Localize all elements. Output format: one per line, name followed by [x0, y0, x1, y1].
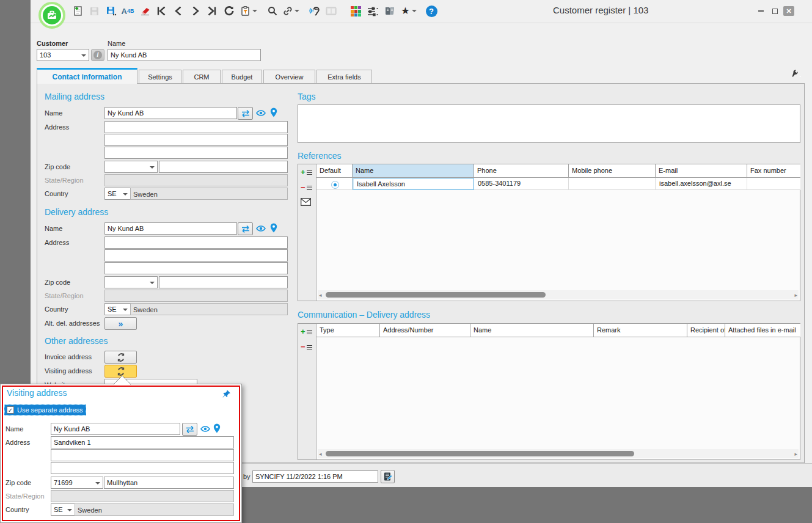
communication-hscrollbar[interactable]: ◂ ▸ [318, 449, 799, 458]
reference-row[interactable]: Isabell Axelsson 0585-3401179 isabell.ax… [316, 178, 800, 190]
links-icon[interactable] [282, 4, 300, 18]
customer-select[interactable]: 103 [37, 49, 89, 61]
mailing-name-label: Name [45, 109, 62, 117]
tab-extra-fields[interactable]: Extra fields [316, 70, 372, 83]
fax-cell[interactable] [747, 178, 800, 190]
popup-city-input[interactable] [104, 477, 234, 489]
tab-budget[interactable]: Budget [222, 70, 262, 83]
delivery-address-line2[interactable] [104, 249, 288, 262]
help-icon[interactable]: ? [425, 4, 438, 18]
delivery-view-eye-icon[interactable] [255, 223, 266, 234]
mailing-view-eye-icon[interactable] [255, 108, 266, 119]
customer-info-button[interactable]: i [91, 49, 104, 61]
change-log-button[interactable] [381, 470, 395, 483]
reports-book-icon[interactable] [383, 4, 397, 18]
default-radio-cell[interactable] [316, 178, 353, 190]
delivery-city-input[interactable] [159, 276, 288, 288]
col-recipient-of[interactable]: Recipient of [687, 324, 725, 337]
popup-state-label: State/Region [5, 492, 45, 500]
col-phone[interactable]: Phone [474, 164, 569, 178]
delivery-country-select[interactable]: SE [104, 303, 131, 315]
customize-wrench-icon[interactable] [792, 67, 803, 78]
col-name[interactable]: Name [353, 164, 474, 178]
pushpin-icon[interactable] [222, 389, 231, 398]
popup-map-pin-icon[interactable] [211, 423, 222, 434]
dictation-ear-icon[interactable] [308, 4, 321, 18]
col-email[interactable]: E-mail [656, 164, 747, 178]
remove-row-button[interactable]: − [301, 344, 312, 351]
mailing-zip-select[interactable] [104, 161, 158, 173]
delete-eraser-icon[interactable] [138, 4, 152, 18]
refresh-icon[interactable] [222, 4, 236, 18]
col-fax[interactable]: Fax number [747, 164, 800, 178]
invoice-address-button[interactable] [104, 351, 137, 364]
delivery-address-line3[interactable] [104, 262, 288, 274]
customer-name-input[interactable] [108, 49, 261, 61]
popup-zip-select[interactable]: 71699 [51, 477, 103, 489]
popup-address-line3[interactable] [51, 462, 234, 474]
settings-sliders-icon[interactable] [366, 4, 379, 18]
mailing-country-select[interactable]: SE [104, 188, 131, 200]
next-record-icon[interactable] [189, 4, 202, 18]
phone-cell[interactable]: 0585-3401179 [474, 178, 569, 190]
delivery-map-pin-icon[interactable] [268, 222, 279, 233]
tab-settings[interactable]: Settings [139, 70, 181, 83]
search-icon[interactable] [266, 4, 279, 18]
col-attached-files[interactable]: Attached files in e-mail [725, 324, 800, 337]
tags-box[interactable] [298, 104, 800, 143]
mailing-name-input[interactable] [104, 107, 237, 119]
color-grid-icon[interactable] [349, 4, 362, 18]
minimize-button[interactable] [755, 6, 766, 16]
last-record-icon[interactable] [205, 4, 219, 18]
mailing-transfer-button[interactable] [238, 107, 253, 120]
add-row-button[interactable]: + [301, 169, 312, 176]
popup-name-input[interactable] [51, 423, 180, 435]
delivery-address-line1[interactable] [104, 236, 288, 249]
changed-by-field[interactable] [252, 470, 378, 483]
tab-contact-information[interactable]: Contact information [37, 68, 137, 84]
close-button[interactable]: ✕ [783, 6, 794, 16]
references-hscrollbar[interactable]: ◂ ▸ [318, 290, 799, 299]
mobile-cell[interactable] [569, 178, 656, 190]
mailing-address-line3[interactable] [104, 147, 288, 159]
previous-record-icon[interactable] [172, 4, 185, 18]
tab-overview[interactable]: Overview [263, 70, 315, 83]
use-separate-address-option[interactable]: ✓ Use separate address [4, 404, 86, 415]
save-as-icon[interactable] [104, 4, 118, 18]
email-envelope-button[interactable] [301, 198, 311, 206]
col-type[interactable]: Type [316, 324, 380, 337]
favorites-star-icon[interactable]: ★ [399, 4, 419, 18]
popup-country-select[interactable]: SE [51, 503, 75, 516]
popup-address-line1[interactable] [51, 436, 234, 448]
col-remark[interactable]: Remark [594, 324, 687, 337]
col-mobile[interactable]: Mobile phone [569, 164, 656, 178]
popup-transfer-button[interactable] [182, 423, 197, 436]
col-default[interactable]: Default [316, 164, 353, 178]
mailing-city-input[interactable] [159, 161, 288, 173]
delivery-zip-select[interactable] [104, 276, 158, 288]
tab-crm[interactable]: CRM [183, 70, 221, 83]
mailing-address-line2[interactable] [104, 134, 288, 146]
delivery-transfer-button[interactable] [238, 222, 253, 235]
copy-with-filter-icon[interactable] [240, 4, 258, 18]
rename-icon[interactable]: A4B [121, 4, 134, 18]
delivery-name-label: Name [45, 225, 62, 232]
checkbox-checked[interactable]: ✓ [7, 406, 14, 414]
popup-address-line2[interactable] [51, 449, 234, 461]
scroll-thumb[interactable] [326, 451, 634, 456]
delivery-name-input[interactable] [104, 222, 237, 235]
mailing-map-pin-icon[interactable] [268, 107, 279, 118]
email-cell[interactable]: isabell.axelsson@axl.se [656, 178, 747, 190]
new-record-icon[interactable] [71, 4, 84, 18]
remove-row-button[interactable]: − [301, 185, 312, 191]
maximize-button[interactable] [769, 6, 780, 16]
first-record-icon[interactable] [155, 4, 168, 18]
col-address-number[interactable]: Address/Number [380, 324, 470, 337]
scroll-thumb[interactable] [326, 292, 546, 298]
alt-delivery-button[interactable]: » [104, 317, 137, 330]
mailing-address-line1[interactable] [104, 121, 288, 133]
popup-view-eye-icon[interactable] [200, 423, 211, 434]
add-row-button[interactable]: + [301, 329, 312, 335]
col-name[interactable]: Name [470, 324, 594, 337]
name-cell[interactable]: Isabell Axelsson [353, 178, 474, 190]
